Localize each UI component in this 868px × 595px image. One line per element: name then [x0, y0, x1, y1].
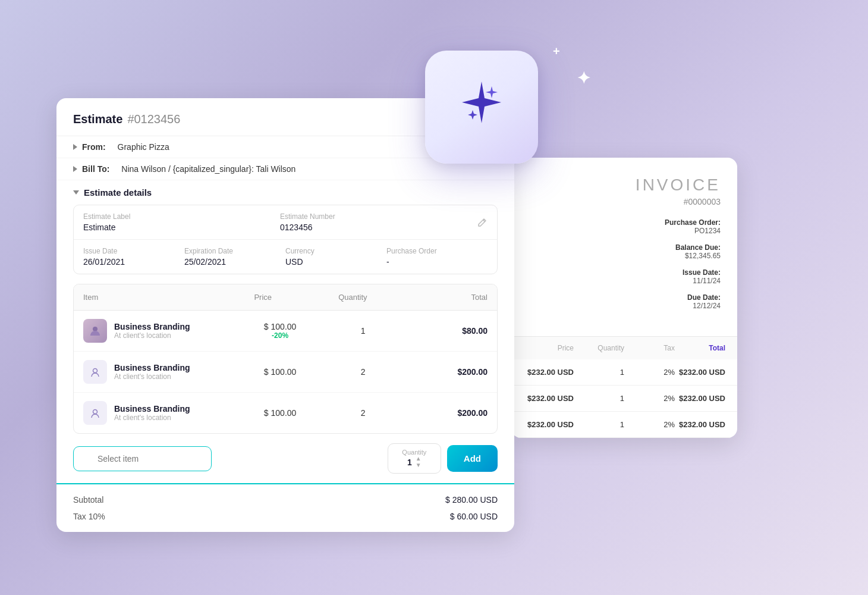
- item-info-2: Business Branding At client's location: [114, 363, 238, 381]
- invoice-header-area: INVOICE #0000003: [511, 158, 737, 218]
- item-name-3: Business Branding: [114, 404, 238, 414]
- quantity-up-arrow[interactable]: ▲: [416, 456, 422, 462]
- svg-point-2: [93, 410, 98, 414]
- inv-col-total-header: Total: [675, 344, 725, 352]
- billto-label: Bill To:: [82, 164, 109, 174]
- estimate-details-header[interactable]: Estimate details: [56, 180, 514, 205]
- invoice-balance-row: Balance Due: $12,345.65: [528, 243, 721, 260]
- invoice-po-row: Purchase Order: PO1234: [528, 218, 721, 235]
- bg-sparkle-1: +: [553, 45, 560, 58]
- invoice-balance-label: Balance Due:: [528, 243, 721, 252]
- invoice-title: INVOICE: [528, 176, 721, 195]
- invoice-issue-label: Issue Date:: [528, 268, 721, 277]
- edit-estimate-button[interactable]: [477, 212, 488, 232]
- invoice-table-header: Price Quantity Tax Total: [511, 337, 737, 359]
- inv-price-2: $232.00 USD: [523, 394, 574, 403]
- expand-from-icon[interactable]: [73, 144, 77, 150]
- estimate-label-cell: Estimate Label Estimate: [83, 212, 280, 232]
- quantity-controls: 1 ▲ ▼: [407, 456, 422, 468]
- select-item-input[interactable]: [73, 446, 212, 471]
- invoice-table: Price Quantity Tax Total $232.00 USD 1 2…: [511, 336, 737, 438]
- billto-value: Nina Wilson / {capitalized_singular}: Ta…: [121, 164, 295, 174]
- item-sub-2: At client's location: [114, 372, 238, 381]
- invoice-number: #0000003: [528, 197, 721, 206]
- estimate-title: Estimate#0123456: [73, 112, 180, 126]
- item-price-2: $ 100.00: [238, 367, 322, 377]
- bg-sparkle-2: ✦: [577, 68, 590, 88]
- item-total-1: $80.00: [404, 326, 488, 336]
- subtotal-label: Subtotal: [73, 495, 103, 505]
- items-table-header: Item Price Quantity Total: [74, 284, 497, 311]
- invoice-issue-value: 11/11/24: [528, 277, 721, 285]
- subtotals-section: Subtotal $ 280.00 USD Tax 10% $ 60.00 US…: [56, 483, 514, 532]
- item-total-2: $200.00: [404, 367, 488, 377]
- invoice-due-label: Due Date:: [528, 293, 721, 302]
- inv-qty-2: 1: [574, 394, 624, 403]
- purchase-order-label: Purchase Order: [386, 247, 488, 255]
- inv-qty-3: 1: [574, 420, 624, 429]
- estimate-label-value: Estimate: [83, 223, 280, 232]
- item-total-3: $200.00: [404, 408, 488, 418]
- inv-col-qty-header: Quantity: [574, 344, 624, 352]
- quantity-label: Quantity: [402, 449, 426, 456]
- item-price-main-2: $ 100.00: [238, 367, 322, 377]
- svg-point-0: [93, 327, 98, 331]
- details-section-label: Estimate details: [84, 187, 152, 198]
- from-label: From:: [82, 142, 106, 152]
- col-quantity-header: Quantity: [308, 293, 398, 302]
- item-sub-1: At client's location: [114, 331, 238, 340]
- estimate-number-value: 0123456: [280, 223, 477, 232]
- col-total-header: Total: [398, 293, 488, 302]
- item-price-main-3: $ 100.00: [238, 408, 322, 418]
- inv-price-3: $232.00 USD: [523, 420, 574, 429]
- subtotal-row: Subtotal $ 280.00 USD: [73, 491, 498, 508]
- col-item-header: Item: [83, 293, 218, 302]
- expand-billto-icon[interactable]: [73, 166, 77, 172]
- estimate-label-label: Estimate Label: [83, 212, 280, 221]
- invoice-due-value: 12/12/24: [528, 302, 721, 310]
- expiration-date-cell: Expiration Date 25/02/2021: [184, 247, 285, 267]
- issue-date-value: 26/01/2021: [83, 257, 184, 267]
- inv-price-1: $232.00 USD: [523, 368, 574, 377]
- item-qty-3: 2: [322, 408, 405, 418]
- item-thumbnail-2: [83, 360, 107, 384]
- inv-tax-1: 2%: [624, 368, 675, 377]
- estimate-details-grid: Estimate Label Estimate Estimate Number …: [73, 205, 498, 274]
- table-row: Business Branding At client's location $…: [74, 352, 497, 393]
- invoice-issue-row: Issue Date: 11/11/24: [528, 268, 721, 285]
- estimate-number-cell: Estimate Number 0123456: [280, 212, 477, 232]
- item-thumbnail-1: [83, 319, 107, 343]
- svg-point-1: [93, 369, 98, 373]
- item-name-1: Business Branding: [114, 322, 238, 331]
- table-row: Business Branding At client's location $…: [74, 393, 497, 433]
- table-row: Business Branding At client's location $…: [74, 311, 497, 352]
- invoice-balance-value: $12,345.65: [528, 252, 721, 260]
- inv-col-tax-header: Tax: [624, 344, 675, 352]
- details-row-dates: Issue Date 26/01/2021 Expiration Date 25…: [74, 240, 497, 274]
- item-name-2: Business Branding: [114, 363, 238, 372]
- subtotal-value: $ 280.00 USD: [445, 495, 498, 505]
- item-price-3: $ 100.00: [238, 408, 322, 418]
- item-qty-2: 2: [322, 367, 405, 377]
- inv-total-2: $232.00 USD: [675, 394, 725, 403]
- currency-label: Currency: [285, 247, 386, 255]
- col-price-header: Price: [218, 293, 308, 302]
- item-info-1: Business Branding At client's location: [114, 322, 238, 340]
- item-thumbnail-3: [83, 401, 107, 425]
- purchase-order-cell: Purchase Order -: [386, 247, 488, 267]
- invoice-row-3: $232.00 USD 1 2% $232.00 USD: [511, 412, 737, 438]
- quantity-down-arrow[interactable]: ▼: [416, 462, 422, 468]
- add-item-button[interactable]: Add: [447, 445, 498, 472]
- from-value: Graphic Pizza: [118, 142, 169, 152]
- quantity-value: 1: [407, 458, 412, 467]
- item-price-discount-1: -20%: [238, 331, 322, 340]
- issue-date-label: Issue Date: [83, 247, 184, 255]
- purchase-order-value: -: [386, 257, 488, 267]
- item-qty-1: 1: [322, 326, 405, 336]
- inv-qty-1: 1: [574, 368, 624, 377]
- quantity-arrows[interactable]: ▲ ▼: [416, 456, 422, 468]
- item-price-1: $ 100.00 -20%: [238, 322, 322, 340]
- currency-cell: Currency USD: [285, 247, 386, 267]
- expiration-date-value: 25/02/2021: [184, 257, 285, 267]
- estimate-number: #0123456: [127, 112, 180, 126]
